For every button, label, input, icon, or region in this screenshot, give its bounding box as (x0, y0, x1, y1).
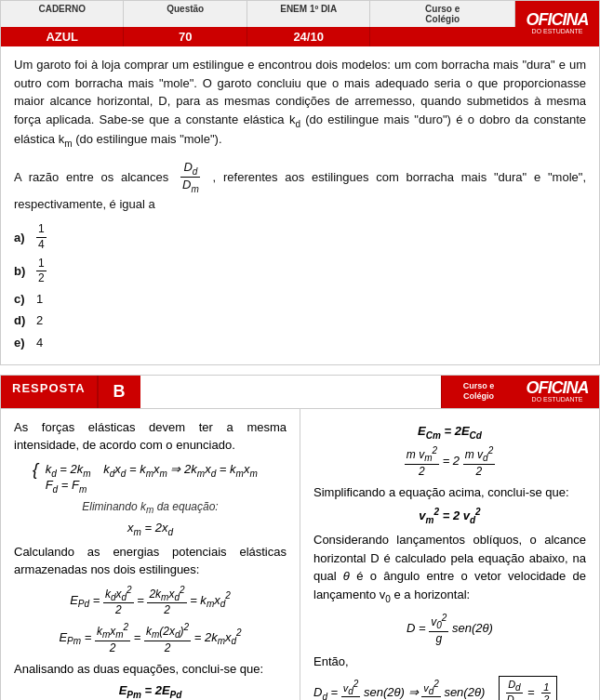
answer-logo-text: OFICINA (527, 379, 589, 396)
option-d-value: 2 (36, 311, 43, 330)
sol-epm-eq: EPm = 2EPd (14, 683, 287, 700)
enem-label: ENEM 1º DIA (247, 1, 370, 27)
option-e: e) 4 (14, 334, 586, 352)
caderno-value: AZUL (1, 27, 124, 46)
sol-p-lancamentos: Considerando lançamentos oblíquos, o alc… (313, 531, 586, 605)
sol-eq-xm: xm = 2xd (14, 521, 287, 537)
questao-label: Questão (124, 1, 247, 27)
sol-simplif: Simplificando a equação acima, conclui-s… (313, 483, 586, 502)
formula-numerator: Dd (180, 160, 200, 178)
option-c-value: 1 (36, 290, 43, 309)
options: a) 1 4 b) 1 2 c) 1 d) 2 e) 4 (14, 222, 586, 351)
sol-entao: Então, (313, 653, 586, 671)
answer-header: RESPOSTA B Curso eColégio OFICINA DO EST… (0, 375, 600, 408)
sol-p2: Calculando as energias potenciais elásti… (14, 543, 287, 579)
header-bottom-row: AZUL 70 24/10 (1, 27, 515, 46)
curso-label: Curso eColégio (370, 1, 515, 27)
questao-value: 70 (124, 27, 247, 46)
solution-left: As forças elásticas devem ter a mesma in… (1, 409, 300, 700)
sol-epm: EPm = kmxm2 2 = km(2xd)2 2 = 2kmxd2 (14, 622, 287, 654)
option-b-value: 1 2 (36, 257, 47, 286)
answer-logo-sub: DO ESTUDANTE (532, 396, 583, 403)
sol-eq-system: { kd = 2km Fd = Fm kdxd = kmxm ⇒ 2kmxd =… (33, 460, 287, 495)
enem-value: 24/10 (247, 27, 370, 46)
sol-ecm-eq: ECm = 2ECd (313, 424, 586, 441)
sol-vm2: vm2 = 2 vd2 (313, 507, 586, 525)
question-text: Um garoto foi à loja comprar um estiling… (14, 56, 586, 151)
option-c: c) 1 (14, 290, 586, 309)
option-b: b) 1 2 (14, 257, 586, 286)
sol-mv2: m vm2 2 = 2 m vd2 2 (313, 445, 586, 477)
option-e-value: 4 (36, 334, 43, 352)
answer-spacer (140, 376, 441, 407)
sol-D-eq: D = v02 g sen(2θ) (313, 613, 586, 644)
formula-denominator: Dm (180, 178, 202, 195)
answer-curso: Curso eColégio (441, 376, 515, 407)
caderno-label: CADERNO (1, 1, 124, 27)
sol-epd: EPd = kdxd2 2 = 2kmxd2 2 = kmxd2 (14, 585, 287, 616)
logo-sub: DO ESTUDANTE (532, 28, 583, 35)
header-top-row: CADERNO Questão ENEM 1º DIA Curso eColég… (1, 1, 515, 27)
logo-box: OFICINA DO ESTUDANTE (515, 1, 599, 46)
option-d: d) 2 (14, 311, 586, 330)
sol-p3: Analisando as duas equações, conclui-se … (14, 660, 287, 679)
question-box: Um garoto foi à loja comprar um estiling… (0, 46, 600, 365)
solution-box: As forças elásticas devem ter a mesma in… (0, 409, 600, 700)
solution-right: ECm = 2ECd m vm2 2 = 2 m vd2 2 Simplific… (300, 409, 599, 700)
logo-text: OFICINA (527, 11, 589, 28)
option-a-value: 1 4 (36, 222, 47, 252)
answer-value: B (97, 376, 140, 407)
sol-p1: As forças elásticas devem ter a mesma in… (14, 418, 287, 455)
sol-caption1: Eliminando km da equação: (14, 500, 287, 515)
header-main: CADERNO Questão ENEM 1º DIA Curso eColég… (1, 1, 515, 46)
answer-label: RESPOSTA (1, 376, 97, 407)
header: CADERNO Questão ENEM 1º DIA Curso eColég… (0, 0, 600, 46)
question-formula-text: A razão entre os alcances Dd Dm , refere… (14, 160, 586, 214)
option-a: a) 1 4 (14, 222, 586, 252)
answer-logo: OFICINA DO ESTUDANTE (515, 376, 599, 407)
sol-dd-dm: Dd = vd2 g sen(2θ) ⇒ vd2 g sen(2θ) Dd (313, 676, 586, 700)
